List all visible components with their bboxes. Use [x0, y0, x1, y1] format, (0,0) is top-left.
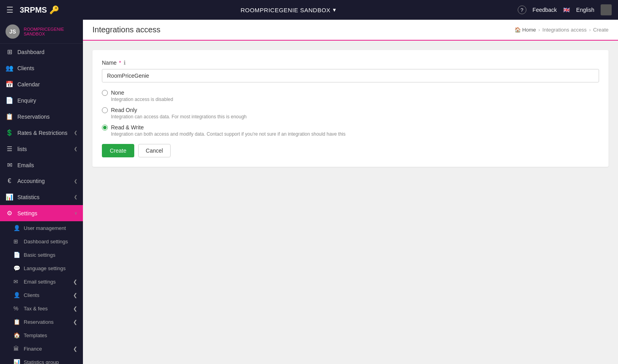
sidebar-sub-label-dashboard-settings: Dashboard settings: [24, 239, 68, 245]
tax-fees-chevron: ❮: [73, 306, 77, 312]
content-area: Integrations access 🏠 Home › Integration…: [83, 20, 618, 364]
sidebar-item-calendar[interactable]: 📅Calendar: [0, 76, 83, 92]
sidebar-item-rates[interactable]: 💲Rates & Restrictions ❮: [0, 125, 83, 141]
emails-icon: ✉: [6, 161, 13, 169]
cancel-button[interactable]: Cancel: [138, 144, 171, 157]
radio-option-read-only: Read Only Integration can access data. F…: [102, 107, 599, 119]
clients-sub-chevron: ❮: [73, 292, 77, 298]
statistics-group-icon: 📊: [13, 359, 21, 364]
radio-readwrite-input[interactable]: [102, 125, 108, 131]
radio-readwrite-text: Read & Write: [111, 124, 144, 131]
rates-chevron: ❮: [74, 130, 77, 135]
sidebar-sub-label-finance: Finance: [24, 346, 42, 352]
calendar-icon: 📅: [6, 80, 13, 88]
sidebar-sub-label-email-settings: Email settings: [24, 279, 56, 285]
sidebar-label-clients: Clients: [17, 65, 34, 71]
sidebar-sub-label-tax-fees: Tax & fees: [24, 306, 48, 312]
sidebar-sub-label-language-settings: Language settings: [24, 265, 66, 271]
sidebar-sub-label-clients: Clients: [24, 292, 39, 298]
name-label-text: Name: [102, 60, 116, 66]
radio-readonly-input[interactable]: [102, 107, 108, 113]
sidebar-label-rates: Rates & Restrictions: [17, 130, 68, 136]
sidebar-sub-language-settings[interactable]: 💬 Language settings: [0, 261, 83, 275]
statistics-icon: 📊: [6, 193, 13, 201]
settings-icon: ⚙: [6, 209, 13, 217]
sidebar-sub-reservations[interactable]: 📋 Reservations ❮: [0, 315, 83, 329]
sidebar-label-lists: lists: [17, 146, 27, 152]
sidebar-label-settings: Settings: [17, 210, 38, 217]
topbar-right: ? Feedback 🇬🇧 English: [518, 4, 612, 15]
topbar-left: ☰ 3RPMS🔑: [6, 5, 59, 15]
radio-none-text: None: [111, 90, 124, 96]
name-label: Name * ℹ: [102, 60, 599, 66]
radio-group: None Integration access is disabled Read…: [102, 90, 599, 137]
logo-text: 3RPMS: [20, 6, 47, 15]
topbar-app-name[interactable]: ROOMPRICEGENIE SANDBOX ▾: [240, 6, 336, 13]
sidebar-sub-statistics-group[interactable]: 📊 Statistics group: [0, 355, 83, 364]
sidebar-sub-user-management[interactable]: 👤 User management: [0, 221, 83, 235]
sidebar-item-reservations[interactable]: 📋Reservations: [0, 108, 83, 125]
user-avatar-topbar[interactable]: [601, 4, 612, 15]
sidebar-item-dashboard[interactable]: ⊞Dashboard: [0, 44, 83, 60]
radio-readwrite-label[interactable]: Read & Write: [102, 124, 599, 131]
radio-readonly-label[interactable]: Read Only: [102, 107, 599, 113]
sidebar-sub-tax-fees[interactable]: % Tax & fees ❮: [0, 302, 83, 315]
lists-icon: ☰: [6, 145, 13, 153]
sidebar-sub-label-statistics-group: Statistics group: [24, 359, 59, 364]
language-settings-icon: 💬: [13, 265, 21, 271]
sidebar-label-calendar: Calendar: [17, 81, 40, 88]
sidebar-sub-dashboard-settings[interactable]: ⊞ Dashboard settings: [0, 235, 83, 248]
tax-fees-icon: %: [13, 305, 21, 312]
sidebar-sub-clients[interactable]: 👤 Clients ❮: [0, 288, 83, 302]
reservations-icon: 📋: [6, 113, 13, 120]
sidebar-item-settings[interactable]: ⚙Settings ∨: [0, 205, 83, 221]
sidebar-sub-basic-settings[interactable]: 📄 Basic settings: [0, 248, 83, 261]
name-input[interactable]: [102, 69, 599, 82]
sidebar-item-statistics[interactable]: 📊Statistics ❮: [0, 189, 83, 205]
radio-readwrite-hint: Integration can both access and modify d…: [111, 131, 599, 137]
radio-none-label[interactable]: None: [102, 90, 599, 96]
user-management-icon: 👤: [13, 225, 21, 231]
breadcrumb-home[interactable]: 🏠 Home: [515, 27, 536, 33]
info-icon[interactable]: ℹ: [124, 60, 126, 66]
sidebar-label-emails: Emails: [17, 162, 34, 168]
dropdown-icon: ▾: [333, 6, 336, 13]
language-label[interactable]: English: [576, 7, 594, 13]
hamburger-menu[interactable]: ☰: [6, 5, 13, 15]
finance-chevron: ❮: [73, 346, 77, 352]
sidebar-item-accounting[interactable]: €Accounting ❮: [0, 173, 83, 189]
sidebar-sub-label-templates: Templates: [24, 332, 47, 338]
sidebar-sub-templates[interactable]: 🏠 Templates: [0, 329, 83, 342]
sidebar-sub-finance[interactable]: 🏛 Finance ❮: [0, 342, 83, 355]
sidebar-sub-label-basic-settings: Basic settings: [24, 252, 55, 258]
name-required: *: [119, 60, 121, 66]
feedback-button[interactable]: Feedback: [533, 7, 557, 13]
sidebar-label-accounting: Accounting: [17, 178, 45, 184]
templates-icon: 🏠: [13, 332, 21, 338]
sidebar-item-clients[interactable]: 👥Clients: [0, 60, 83, 76]
radio-none-input[interactable]: [102, 90, 108, 96]
sidebar-sub-label-reservations: Reservations: [24, 319, 54, 325]
breadcrumb-home-label: Home: [522, 27, 536, 33]
home-icon: 🏠: [515, 27, 521, 33]
sidebar-item-lists[interactable]: ☰lists ❮: [0, 141, 83, 157]
sidebar-item-enquiry[interactable]: 📄Enquiry: [0, 92, 83, 108]
accounting-chevron: ❮: [74, 179, 77, 184]
dashboard-settings-icon: ⊞: [13, 238, 21, 245]
breadcrumb-current: Create: [593, 27, 609, 33]
radio-option-none: None Integration access is disabled: [102, 90, 599, 102]
main-layout: JS ROOMPRICEGENIE SANDBOX ⊞Dashboard 👥Cl…: [0, 20, 618, 364]
create-button[interactable]: Create: [102, 144, 134, 157]
page-header: Integrations access 🏠 Home › Integration…: [83, 20, 618, 41]
logo-icon: 🔑: [49, 5, 59, 15]
sidebar-label-reservations: Reservations: [17, 114, 50, 120]
app-name-label: ROOMPRICEGENIE SANDBOX: [240, 7, 331, 13]
sidebar-item-emails[interactable]: ✉Emails: [0, 157, 83, 173]
sidebar-sub-email-settings[interactable]: ✉ Email settings ❮: [0, 275, 83, 288]
settings-chevron: ∨: [74, 211, 77, 216]
avatar: JS: [6, 24, 20, 39]
finance-icon: 🏛: [13, 345, 21, 352]
sidebar: JS ROOMPRICEGENIE SANDBOX ⊞Dashboard 👥Cl…: [0, 20, 83, 364]
reservations-sub-icon: 📋: [13, 319, 21, 325]
help-button[interactable]: ?: [518, 6, 526, 14]
